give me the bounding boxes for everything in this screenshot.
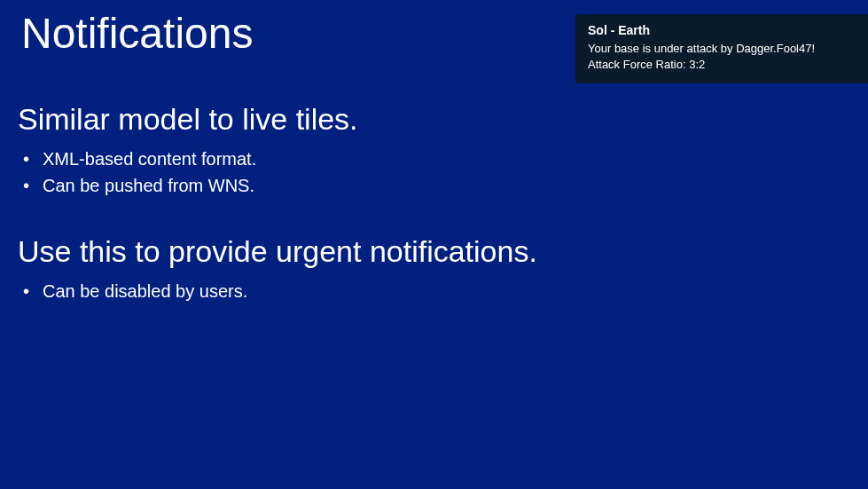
bullet-list-2: Can be disabled by users.: [18, 278, 850, 304]
list-item: Can be pushed from WNS.: [43, 172, 850, 199]
toast-body-line: Your base is under attack by Dagger.Fool…: [588, 41, 856, 57]
toast-title: Sol - Earth: [588, 23, 856, 37]
toast-body-line: Attack Force Ratio: 3:2: [588, 57, 856, 73]
toast-notification[interactable]: Sol - Earth Your base is under attack by…: [575, 14, 868, 83]
list-item: XML-based content format.: [43, 146, 850, 172]
list-item: Can be disabled by users.: [43, 278, 850, 304]
section-heading-1: Similar model to live tiles.: [18, 102, 850, 137]
section-heading-2: Use this to provide urgent notifications…: [18, 234, 850, 269]
slide-content: Similar model to live tiles. XML-based c…: [0, 102, 868, 304]
bullet-list-1: XML-based content format. Can be pushed …: [18, 146, 850, 199]
